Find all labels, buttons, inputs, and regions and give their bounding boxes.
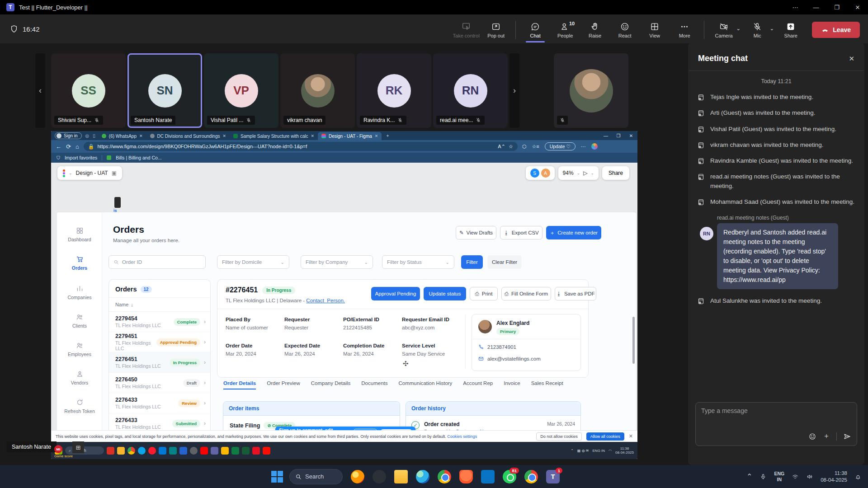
tray-mic-icon[interactable] [760, 473, 767, 480]
browser-menu-icon[interactable]: ⋯ [581, 144, 586, 150]
chat-close-icon[interactable]: ✕ [849, 55, 854, 63]
allow-cookies-button[interactable]: Allow all cookies [586, 432, 624, 441]
remote-app-icon[interactable] [252, 447, 260, 455]
new-tab-icon[interactable]: ＋ [385, 132, 390, 139]
refresh-icon[interactable]: ⟳ [66, 143, 71, 150]
video-tile-active-speaker[interactable]: SN Santosh Narate [127, 53, 202, 128]
taskbar-icon-github[interactable] [373, 470, 386, 483]
present-icon[interactable]: ▷ [583, 170, 587, 176]
export-csv-button[interactable]: ⭳Export CSV [500, 226, 542, 239]
video-tile[interactable]: vikram chavan [280, 53, 355, 128]
print-button[interactable]: ⎙Print [470, 287, 498, 300]
sidebar-item-clients[interactable]: Clients [57, 313, 102, 328]
tab-close-icon[interactable]: ✕ [222, 134, 226, 138]
sidebar-item-companies[interactable]: Companies [57, 285, 102, 300]
tab-close-icon[interactable]: ✕ [311, 134, 315, 138]
remote-app-icon[interactable] [221, 447, 229, 455]
video-tile[interactable]: SS Shivani Sup... [51, 53, 126, 128]
view-drafts-button[interactable]: ✎View Drafts [456, 226, 496, 239]
browser-close-icon[interactable]: ✕ [625, 133, 637, 138]
bookmark-link[interactable]: Bills | Billing and Co... [116, 155, 161, 160]
copilot-icon[interactable] [591, 143, 598, 150]
deny-cookies-button[interactable]: Do not allow cookies [536, 432, 582, 441]
browser-tab[interactable]: Sample Salary Structure with calc✕ [230, 132, 318, 140]
clear-filter-button[interactable]: Clear Filter [487, 255, 522, 269]
browser-tab[interactable]: (6) WhatsApp✕ [98, 132, 146, 140]
window-more-icon[interactable]: ⋯ [785, 0, 806, 14]
favorite-star-icon[interactable]: ☆ [509, 144, 513, 150]
filter-status-select[interactable]: Filter by Status⌄ [382, 255, 454, 269]
browser-update-button[interactable]: Update ♡ [545, 142, 576, 150]
attach-plus-icon[interactable]: ＋ [823, 432, 830, 441]
window-minimize-icon[interactable]: — [806, 0, 826, 14]
sidebar-item-employees[interactable]: Employees [57, 342, 102, 357]
people-button[interactable]: 10 People [550, 19, 580, 38]
remote-app-icon[interactable] [179, 447, 187, 455]
chat-compose-box[interactable]: ＋ [695, 402, 857, 446]
update-status-button[interactable]: Update status [424, 287, 466, 300]
remote-app-icon[interactable] [148, 447, 156, 455]
browser-maximize-icon[interactable]: ❐ [612, 133, 625, 138]
create-new-order-button[interactable]: ＋Create new order [546, 226, 601, 239]
raise-hand-button[interactable]: Raise [580, 19, 610, 38]
taskbar-search[interactable]: Search [289, 469, 343, 484]
window-close-icon[interactable]: ✕ [847, 0, 868, 14]
remote-language[interactable]: ENG IN [593, 449, 605, 453]
remote-clock[interactable]: 11:3808-04-2025 [615, 446, 634, 455]
wifi-icon[interactable] [792, 473, 799, 480]
sidebar-item-vendors[interactable]: Vendors [57, 370, 102, 385]
tab-close-icon[interactable]: ✕ [139, 134, 143, 138]
remote-app-icon[interactable] [190, 447, 198, 455]
taskbar-icon-chrome[interactable] [438, 470, 451, 483]
contact-phone[interactable]: 2123874901 [487, 344, 516, 350]
taskbar-icon-google-chat[interactable] [524, 470, 538, 483]
cookie-settings-link[interactable]: Cookies settings [447, 434, 477, 439]
taskbar-icon-edge[interactable] [416, 470, 429, 483]
speaker-icon[interactable] [806, 473, 813, 480]
remote-app-icon[interactable] [138, 447, 146, 455]
tab-order-preview[interactable]: Order Preview [267, 380, 300, 389]
more-button[interactable]: More [670, 19, 699, 38]
window-maximize-icon[interactable]: ❐ [826, 0, 847, 14]
canvas-scrollbar[interactable] [632, 317, 635, 364]
filter-company-select[interactable]: Filter by Company⌄ [301, 255, 373, 269]
chat-message-input[interactable] [701, 407, 828, 414]
tray-chevron-icon[interactable]: ⌃ [746, 472, 752, 481]
remote-app-icon[interactable] [200, 447, 208, 455]
tab-invoice[interactable]: Invoice [504, 380, 520, 389]
import-favorites-link[interactable]: Import favorites [65, 155, 97, 160]
remote-app-icon[interactable] [242, 447, 250, 455]
remote-tray-chevron[interactable]: ⌃ [571, 449, 574, 453]
address-field[interactable]: 🔒 https://www.figma.com/design/9BKQ0FOHR… [84, 142, 518, 151]
tiles-scroll-right-icon[interactable]: › [509, 53, 519, 128]
taskbar-clock[interactable]: 11:3808-04-2025 [821, 470, 847, 483]
cookie-close-icon[interactable]: ✕ [629, 433, 633, 439]
video-tile[interactable]: RN read.ai mee... [433, 53, 508, 128]
layout-panel-icon[interactable]: ▣ [112, 170, 117, 176]
sidebar-item-refresh-token[interactable]: Refresh Token [57, 399, 102, 414]
browser-tab[interactable]: DC Divisions and Surroundings✕ [146, 132, 230, 140]
video-tile-spotlight[interactable] [554, 53, 628, 128]
chat-button[interactable]: Chat [520, 19, 550, 38]
video-tile[interactable]: RK Ravindra K... [357, 53, 431, 128]
remote-app-icon[interactable] [231, 447, 239, 455]
tab-documents[interactable]: Documents [361, 380, 387, 389]
tab-sales-receipt[interactable]: Sales Receipt [531, 380, 563, 389]
fill-online-form-button[interactable]: ⎙Fill Online Form [501, 287, 551, 300]
taskbar-icon-vscode[interactable] [481, 470, 495, 483]
sidebar-item-dashboard[interactable]: Dashboard [57, 227, 102, 242]
browser-signin-button[interactable]: Sign in [55, 132, 82, 139]
favorites-list-icon[interactable]: ☆≡ [532, 144, 539, 150]
send-icon[interactable] [843, 432, 851, 441]
order-row[interactable]: 2276450TL Flex Holdings LLCDraft› [109, 373, 210, 393]
tab-close-icon[interactable]: ✕ [375, 134, 378, 138]
remote-app-icon[interactable] [159, 447, 166, 455]
browser-minimize-icon[interactable]: — [599, 133, 612, 138]
copilot-tab-icon[interactable]: ◎ [85, 133, 90, 138]
taskbar-icon-file-explorer[interactable] [394, 470, 408, 483]
figma-share-button[interactable]: Share [602, 166, 629, 180]
notification-bell-icon[interactable] [854, 473, 862, 480]
sidebar-item-orders[interactable]: Orders [57, 255, 102, 271]
figma-zoom-control[interactable]: 94% ⌄ ▷ ⌄ [558, 166, 599, 180]
taskbar-icon-firefox[interactable] [351, 470, 364, 483]
